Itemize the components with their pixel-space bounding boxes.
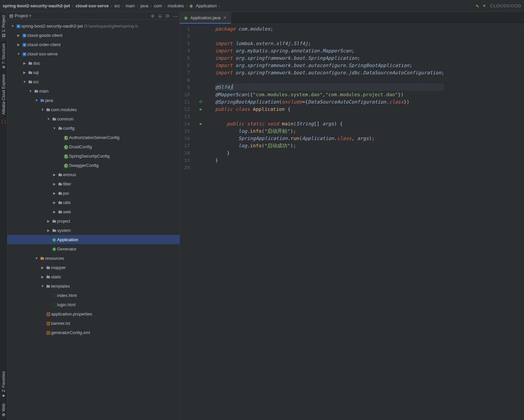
tree-node[interactable]: ▼🖿java [7, 96, 180, 105]
tool-tab-web[interactable]: ◍ Web [1, 401, 7, 420]
vcs-actions-icon[interactable]: ⬉ [476, 3, 479, 8]
tree-twisty-icon[interactable]: ▼ [40, 108, 45, 111]
tree-node[interactable]: ▶🖿system [7, 226, 180, 235]
breadcrumb-item[interactable]: modules [168, 3, 184, 8]
run-gutter[interactable]: ⟳▶▶ [197, 24, 205, 420]
tree-twisty-icon[interactable]: ▼ [28, 89, 33, 93]
code-line[interactable] [215, 164, 444, 171]
tree-node[interactable]: CDruidConfig [7, 142, 180, 151]
tree-node[interactable]: ▶▣cloud-order-client [7, 40, 180, 49]
tree-node[interactable]: ◉Generator [7, 244, 180, 253]
scroll-target-icon[interactable]: ⊕ [151, 13, 155, 19]
breadcrumb-item[interactable]: cloud-sso-serve [76, 3, 109, 8]
code-line[interactable]: @SpringBootApplication(exclude={DataSour… [215, 98, 444, 105]
tree-twisty-icon[interactable]: ▶ [46, 219, 51, 223]
tree-twisty-icon[interactable]: ▶ [46, 229, 51, 232]
tree-node[interactable]: ▶🖿project [7, 216, 180, 226]
tree-twisty-icon[interactable]: ▶ [52, 182, 57, 186]
breadcrumb-item[interactable]: src [114, 3, 120, 8]
code-line[interactable]: public static void main(String[] args) { [215, 120, 444, 127]
editor-tab-application[interactable]: ◉ Application.java ✕ [180, 12, 231, 24]
run-gutter-icon[interactable]: ▶ [200, 107, 202, 111]
tree-node[interactable]: ▶🖿sql [7, 68, 180, 77]
code-line[interactable] [215, 76, 444, 84]
alibaba-icon[interactable]: 〔〕 [0, 119, 8, 125]
tree-node[interactable]: ▼▣spring-boot2-security-oauth2-jwtD:\wor… [7, 21, 180, 31]
tool-tab-alibaba[interactable]: Alibaba Cloud Explorer [1, 71, 7, 117]
tree-node[interactable]: ◉Application [7, 235, 180, 244]
chevron-down-icon[interactable]: ▾ [29, 13, 32, 18]
breadcrumb-item[interactable]: main [126, 3, 135, 8]
tree-node[interactable]: ▶▣cloud-goods-client [7, 31, 180, 40]
tree-twisty-icon[interactable]: ▶ [22, 71, 27, 74]
code-editor[interactable]: 1234567891011121314151617181920 ⟳▶▶ pack… [180, 24, 524, 420]
tree-node[interactable]: CSpringSecurityConfig [7, 151, 180, 161]
code-content[interactable]: package com.modules; import lombok.exter… [205, 24, 444, 420]
code-line[interactable]: SpringApplication.run(Application.class,… [215, 135, 444, 142]
tool-tab-structure[interactable]: ≣ 7: Structure [1, 41, 7, 71]
close-tab-icon[interactable]: ✕ [223, 15, 227, 20]
code-line[interactable]: import org.springframework.boot.autoconf… [215, 69, 444, 76]
tree-node[interactable]: ▼🖿resources [7, 253, 180, 263]
project-tree[interactable]: ▼▣spring-boot2-security-oauth2-jwtD:\wor… [7, 20, 180, 420]
tree-twisty-icon[interactable]: ▶ [52, 173, 57, 176]
tree-node[interactable]: ▶🖿poi [7, 188, 180, 198]
tree-twisty-icon[interactable]: ▶ [52, 201, 57, 204]
code-line[interactable]: public class Application { [215, 105, 444, 113]
code-line[interactable]: @Slf4j [215, 84, 444, 91]
code-line[interactable]: log.info("启动成功"); [215, 142, 444, 149]
tree-node[interactable]: CSwaggerConfig [7, 161, 180, 170]
tree-twisty-icon[interactable]: ▶ [52, 191, 57, 195]
tree-twisty-icon[interactable]: ▼ [10, 24, 15, 28]
code-line[interactable]: @MapperScan({"com.modules.system.dao","c… [215, 91, 444, 98]
tree-node[interactable]: ▼🖿common [7, 114, 180, 123]
code-line[interactable]: import org.springframework.boot.autoconf… [215, 62, 444, 69]
tree-node[interactable]: ▶🖿static [7, 272, 180, 281]
tree-node[interactable]: ▶🖿mapper [7, 263, 180, 272]
breadcrumb-item[interactable]: com [154, 3, 162, 8]
tree-node[interactable]: ▥banner.txt [7, 318, 180, 328]
tree-twisty-icon[interactable]: ▼ [16, 52, 21, 56]
tree-twisty-icon[interactable]: ▶ [52, 210, 57, 214]
code-line[interactable]: } [215, 149, 444, 157]
code-line[interactable]: } [215, 157, 444, 164]
tree-node[interactable]: ▼🖿templates [7, 281, 180, 291]
tree-twisty-icon[interactable]: ▶ [40, 266, 45, 269]
breadcrumb-item[interactable]: spring-boot2-security-oauth2-jwt [3, 3, 70, 8]
code-line[interactable]: log.info("启动开始"); [215, 127, 444, 135]
tree-node[interactable]: ⬚index.html [7, 291, 180, 300]
tree-node[interactable]: ▼🖿config [7, 123, 180, 133]
tree-node[interactable]: ▼🖿src [7, 77, 180, 86]
tree-twisty-icon[interactable]: ▶ [40, 275, 45, 279]
code-line[interactable]: import org.mybatis.spring.annotation.Map… [215, 47, 444, 54]
tree-node[interactable]: ▥application.properties [7, 309, 180, 318]
code-line[interactable]: package com.modules; [215, 25, 444, 33]
tree-twisty-icon[interactable]: ▼ [46, 117, 51, 121]
tree-node[interactable]: ▼▣cloud-sso-serve [7, 49, 180, 58]
project-view-title[interactable]: Project [15, 13, 28, 18]
code-line[interactable] [215, 33, 444, 40]
run-gutter-icon[interactable]: ▶ [200, 121, 202, 126]
breadcrumb-item[interactable]: java [140, 3, 148, 8]
tree-twisty-icon[interactable]: ▶ [22, 61, 27, 65]
code-line[interactable]: import lombok.extern.slf4j.Slf4j; [215, 40, 444, 47]
tree-twisty-icon[interactable]: ▼ [34, 256, 39, 260]
tree-node[interactable]: ▶🖿web [7, 207, 180, 216]
tree-node[interactable]: ▶🖿utils [7, 198, 180, 207]
tree-node[interactable]: ▥generatorConfig.xml [7, 328, 180, 337]
settings-gear-icon[interactable]: ⚙ [165, 13, 170, 19]
tree-twisty-icon[interactable]: ▶ [16, 34, 21, 37]
tree-twisty-icon[interactable]: ▼ [34, 99, 39, 102]
code-line[interactable]: import org.springframework.boot.SpringAp… [215, 54, 444, 62]
cloud-status[interactable]: ✶ CLOUDGOOD [482, 3, 521, 8]
tree-twisty-icon[interactable]: ▼ [52, 126, 57, 130]
tree-node[interactable]: ▼🖿main [7, 86, 180, 96]
tree-twisty-icon[interactable]: ▼ [22, 80, 27, 84]
code-line[interactable] [215, 113, 444, 120]
tool-tab-favorites[interactable]: ★ 2: Favorites [1, 369, 7, 401]
collapse-all-icon[interactable]: ⇊ [158, 13, 162, 19]
recursive-call-icon[interactable]: ⟳ [199, 100, 203, 104]
tree-node[interactable]: CAuthorizationServerConfig [7, 133, 180, 142]
breadcrumb-item[interactable]: Application [196, 3, 217, 8]
tree-node[interactable]: ⬚login.html [7, 300, 180, 309]
